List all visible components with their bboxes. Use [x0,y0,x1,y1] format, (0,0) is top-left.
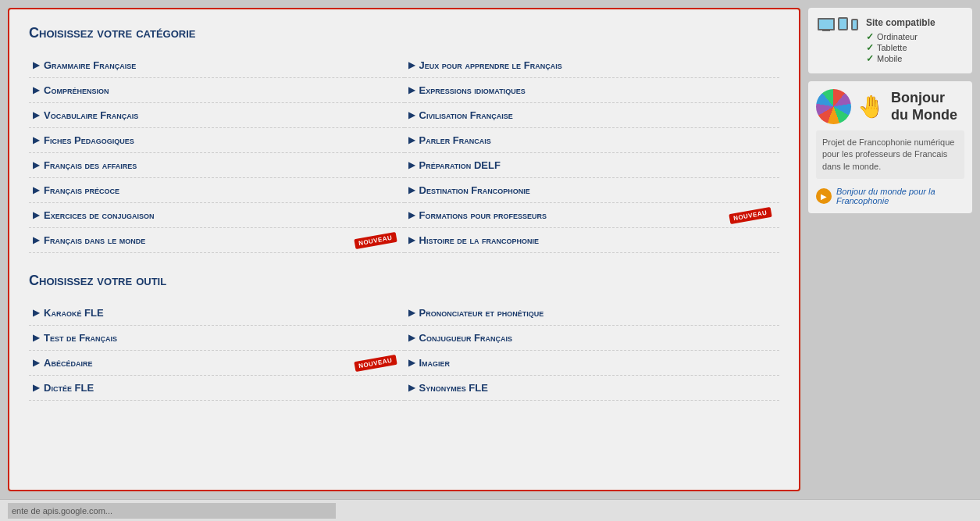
category-label: Fiches Pedagogiques [44,134,134,146]
bonjour-card: 🤚 Bonjour du Monde Projet de Francophoni… [808,81,972,213]
category-item-grammaire[interactable]: ▶ Grammaire Française [29,53,404,78]
tool-item-abecedaire[interactable]: ▶ Abécédaire NOUVEAU [29,351,404,376]
tool-right-col: ▶ Prononciateur et phonétique ▶ Conjugue… [404,301,780,401]
orange-arrow-button[interactable]: ▶ [816,188,832,204]
arrow-icon: ▶ [408,85,415,95]
tool-label: Abécédaire [44,357,92,369]
tool-item-conjugueur[interactable]: ▶ Conjugueur Français [404,326,780,351]
category-panel: Choisissez votre catégorie ▶ Grammaire F… [8,8,800,491]
category-item-civilisation[interactable]: ▶ Civilisation Française [404,103,780,128]
phone-icon [851,19,858,30]
tool-item-synonymes[interactable]: ▶ Synonymes FLE [404,376,780,401]
device-icons [818,17,858,30]
tool-section: Choisissez votre outil ▶ Karaoké FLE ▶ T… [29,273,779,401]
category-item-expressions[interactable]: ▶ Expressions idiomatiques [404,78,780,103]
check-icon: ✓ [866,42,874,53]
arrow-icon: ▶ [33,160,39,170]
category-grid: ▶ Grammaire Française ▶ Compréhension ▶ … [29,53,779,253]
category-label: Destination Francophonie [419,184,530,196]
tool-label: Conjugueur Français [419,332,512,344]
arrow-icon: ▶ [408,210,415,220]
bonjour-title-line1: Bonjour [891,90,957,107]
category-item-histoire[interactable]: ▶ Histoire de la francophonie [404,228,780,253]
category-item-parler[interactable]: ▶ Parler Francais [404,128,780,153]
compat-item-tablette: ✓ Tablette [866,42,963,53]
tool-left-col: ▶ Karaoké FLE ▶ Test de Français ▶ Abécé… [29,301,404,401]
compat-item-ordinateur: ✓ Ordinateur [866,31,963,42]
arrow-icon: ▶ [408,185,415,195]
category-label: Français des affaires [44,159,137,171]
compat-item-mobile: ✓ Mobile [866,53,963,64]
tool-label: Imagier [419,357,451,369]
tool-label: Prononciateur et phonétique [419,307,544,319]
nouveau-badge: NOUVEAU [354,231,397,248]
category-label: Histoire de la francophonie [419,234,540,246]
bonjour-title-block: Bonjour du Monde [891,90,957,123]
compat-list: ✓ Ordinateur ✓ Tablette ✓ Mobile [866,31,963,64]
tablet-icon [838,17,848,30]
category-label: Grammaire Française [44,59,136,71]
bonjour-header: 🤚 Bonjour du Monde [816,89,964,124]
category-right-col: ▶ Jeux pour apprendre le Français ▶ Expr… [404,53,780,253]
category-item-jeux[interactable]: ▶ Jeux pour apprendre le Français [404,53,780,78]
tool-item-imagier[interactable]: ▶ Imagier [404,351,780,376]
compat-info: Site compatible ✓ Ordinateur ✓ Tablette … [866,17,963,64]
compat-title: Site compatible [866,17,963,28]
category-label: Formations pour professeurs [419,209,547,221]
monitor-icon [818,18,835,30]
arrow-icon: ▶ [33,60,39,70]
arrow-icon: ▶ [408,383,415,393]
category-item-monde[interactable]: ▶ Français dans le monde NOUVEAU [29,228,404,253]
category-item-fiches[interactable]: ▶ Fiches Pedagogiques [29,128,404,153]
compat-item-label: Ordinateur [877,32,918,41]
category-item-comprehension[interactable]: ▶ Compréhension [29,78,404,103]
tool-item-karaoke[interactable]: ▶ Karaoké FLE [29,301,404,326]
category-label: Français précoce [44,184,119,196]
tool-grid: ▶ Karaoké FLE ▶ Test de Français ▶ Abécé… [29,301,779,401]
loading-message: ente de apis.google.com... [12,506,112,516]
category-item-destination[interactable]: ▶ Destination Francophonie [404,178,780,203]
category-item-conjugaison[interactable]: ▶ Exercices de conjugaison [29,203,404,228]
tool-label: Synonymes FLE [419,382,488,394]
arrow-icon: ▶ [408,135,415,145]
bonjour-title-line2: du Monde [891,107,957,124]
arrow-icon: ▶ [408,160,415,170]
category-item-affaires[interactable]: ▶ Français des affaires [29,153,404,178]
category-label: Civilisation Française [419,109,513,121]
category-left-col: ▶ Grammaire Française ▶ Compréhension ▶ … [29,53,404,253]
tool-label: Karaoké FLE [44,307,104,319]
category-section-title: Choisissez votre catégorie [29,25,779,41]
right-sidebar: Site compatible ✓ Ordinateur ✓ Tablette … [808,8,972,491]
bonjour-link[interactable]: ▶ Bonjour du monde pour la Francophonie [816,187,964,205]
arrow-icon: ▶ [33,235,39,245]
arrow-icon: ▶ [33,185,39,195]
category-item-delf[interactable]: ▶ Préparation DELF [404,153,780,178]
arrow-icon: ▶ [408,358,415,368]
arrow-icon: ▶ [408,308,415,318]
tool-item-dictee[interactable]: ▶ Dictée FLE [29,376,404,401]
bonjour-description: Projet de Francophonie numérique pour le… [816,130,964,179]
tool-item-prononciateur[interactable]: ▶ Prononciateur et phonétique [404,301,780,326]
arrow-icon: ▶ [33,358,39,368]
check-icon: ✓ [866,53,874,64]
category-item-precoce[interactable]: ▶ Français précoce [29,178,404,203]
arrow-icon: ▶ [33,210,39,220]
arrow-icon: ▶ [408,60,415,70]
nouveau-badge: NOUVEAU [729,206,772,223]
category-label: Français dans le monde [44,234,145,246]
category-item-formations[interactable]: ▶ Formations pour professeurs NOUVEAU [404,203,780,228]
arrow-icon: ▶ [33,85,39,95]
tool-label: Test de Français [44,332,117,344]
category-label: Jeux pour apprendre le Français [419,59,562,71]
tool-item-test[interactable]: ▶ Test de Français [29,326,404,351]
arrow-icon: ▶ [33,308,39,318]
compat-card: Site compatible ✓ Ordinateur ✓ Tablette … [808,8,972,73]
category-item-vocabulaire[interactable]: ▶ Vocabulaire Français [29,103,404,128]
status-loading-text: ente de apis.google.com... [8,503,336,519]
arrow-icon: ▶ [408,333,415,343]
compat-item-label: Tablette [877,43,907,52]
category-label: Vocabulaire Français [44,109,138,121]
globe-icon [816,89,851,124]
tool-section-title: Choisissez votre outil [29,273,779,289]
tool-label: Dictée FLE [44,382,94,394]
